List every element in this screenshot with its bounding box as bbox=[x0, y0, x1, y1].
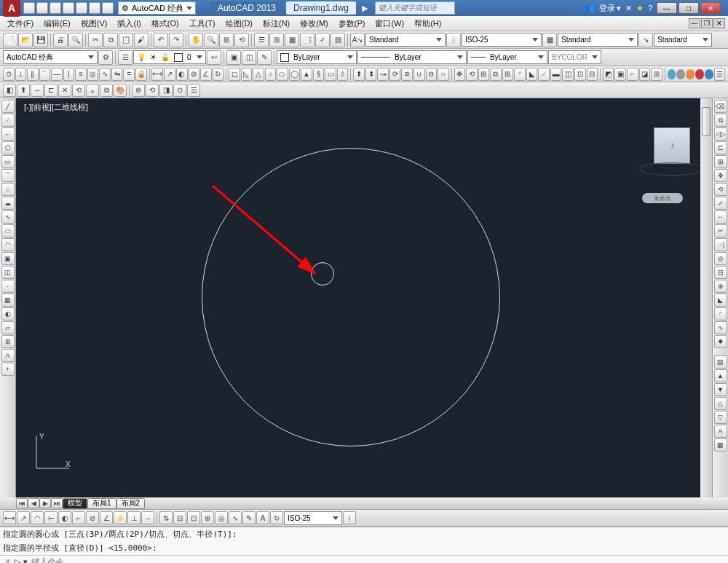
break-icon[interactable]: ⊟ bbox=[714, 266, 727, 279]
mtext-icon[interactable]: A bbox=[1, 349, 15, 362]
command-close-icon[interactable]: ✕ bbox=[3, 557, 12, 563]
inspection-icon[interactable]: ◎ bbox=[215, 511, 228, 524]
title-chevron[interactable]: ▶ bbox=[362, 4, 368, 13]
tab-prev-icon[interactable]: ◀ bbox=[28, 498, 39, 508]
preview-icon[interactable]: 🔍 bbox=[68, 33, 83, 47]
3d-planar-icon[interactable]: ◊ bbox=[337, 68, 349, 81]
designcenter-icon[interactable]: ⊞ bbox=[269, 33, 284, 47]
dim-style-manager-icon[interactable]: ⟊ bbox=[343, 511, 356, 524]
dim-diameter2-icon[interactable]: ⊘ bbox=[86, 511, 99, 524]
nav-badge[interactable]: 未命名 bbox=[642, 193, 683, 203]
sheet-icon[interactable]: 📑 bbox=[300, 33, 314, 47]
login-button[interactable]: 登录 ▾ bbox=[599, 3, 621, 14]
exchange-icon[interactable]: ✕ bbox=[625, 4, 632, 13]
dim-angular-icon[interactable]: ∠ bbox=[200, 68, 212, 81]
join-icon[interactable]: ⊕ bbox=[714, 280, 727, 293]
menu-help[interactable]: 帮助(H) bbox=[410, 17, 446, 31]
zoom-icon[interactable]: 🔍 bbox=[204, 33, 218, 47]
zoom-window-icon[interactable]: ⊞ bbox=[219, 33, 234, 47]
constraint-vertical-icon[interactable]: | bbox=[63, 68, 75, 81]
chamfer-icon[interactable]: ◣ bbox=[714, 294, 727, 307]
constraint-fix-icon[interactable]: 🔒 bbox=[135, 68, 147, 81]
gradient-icon[interactable]: ◐ bbox=[1, 307, 15, 320]
addselected-icon[interactable]: + bbox=[1, 363, 15, 376]
constraint-tangent-icon[interactable]: ⌒ bbox=[39, 68, 51, 81]
tab-last-icon[interactable]: ⏭ bbox=[51, 498, 63, 508]
dimstyle-icon[interactable]: ⟊ bbox=[446, 33, 461, 47]
horizontal-scrollbar[interactable] bbox=[148, 498, 709, 508]
color-dropdown[interactable]: ByLayer bbox=[277, 50, 357, 64]
dim-quick-icon[interactable]: ⚡ bbox=[114, 511, 127, 524]
fillet-icon[interactable]: ◜ bbox=[714, 307, 727, 320]
copy-icon[interactable]: ⧉ bbox=[103, 33, 118, 47]
dim-radial-icon[interactable]: ◐ bbox=[176, 68, 188, 81]
calc-icon[interactable]: ▤ bbox=[331, 33, 345, 47]
dim-update-icon[interactable]: ↻ bbox=[270, 511, 283, 524]
scale-icon[interactable]: ⤢ bbox=[714, 197, 727, 210]
lineweight-dropdown[interactable]: ByLayer bbox=[467, 50, 547, 64]
dim-linear-icon[interactable]: ⟷ bbox=[151, 68, 163, 81]
offset-icon[interactable]: ⊏ bbox=[714, 141, 727, 154]
solid-edit-color-icon[interactable]: 🎨 bbox=[114, 84, 127, 97]
ucs-face-icon[interactable]: ◨ bbox=[159, 84, 173, 97]
visual-style-2d-icon[interactable] bbox=[668, 69, 676, 79]
doc-minimize-button[interactable]: — bbox=[689, 18, 700, 28]
dim-continue-icon[interactable]: → bbox=[141, 511, 154, 524]
extrude-icon[interactable]: ⬆ bbox=[353, 68, 365, 81]
infocenter-icon[interactable]: 👥 bbox=[585, 4, 595, 13]
make-block-icon[interactable]: ◫ bbox=[1, 266, 15, 279]
ucs-manager-icon[interactable]: ☰ bbox=[187, 84, 200, 97]
fillet-edge-icon[interactable]: ◜ bbox=[514, 68, 526, 81]
menu-draw[interactable]: 绘图(D) bbox=[221, 17, 257, 31]
region-icon[interactable]: ▱ bbox=[1, 321, 15, 334]
solid-edit-delete-icon[interactable]: ✕ bbox=[58, 84, 71, 97]
doc-restore-button[interactable]: ❐ bbox=[701, 18, 713, 28]
jogged-linear-icon[interactable]: ∿ bbox=[229, 511, 242, 524]
tablestyle-icon[interactable]: ▦ bbox=[542, 33, 557, 47]
3d-cone-icon[interactable]: △ bbox=[253, 68, 264, 81]
insert-block-icon[interactable]: ▣ bbox=[1, 252, 15, 265]
extend-icon[interactable]: →| bbox=[714, 238, 727, 251]
3d-pyramid-icon[interactable]: ▲ bbox=[301, 68, 312, 81]
shell-icon[interactable]: ◫ bbox=[562, 68, 574, 81]
draworder-text-icon[interactable]: A bbox=[714, 425, 727, 438]
doc-close-button[interactable]: ✕ bbox=[713, 18, 725, 28]
3d-box-icon[interactable]: ◻ bbox=[229, 68, 240, 81]
array-icon[interactable]: ⊞ bbox=[714, 155, 727, 168]
blend-icon[interactable]: ∿ bbox=[714, 321, 727, 334]
sweep-icon[interactable]: ↝ bbox=[377, 68, 389, 81]
tablestyle-dropdown[interactable]: Standard bbox=[558, 33, 638, 47]
app-logo[interactable]: A bbox=[3, 0, 20, 17]
3d-polysolid-icon[interactable]: ▭ bbox=[325, 68, 336, 81]
menu-insert[interactable]: 插入(I) bbox=[113, 17, 145, 31]
menu-view[interactable]: 视图(V) bbox=[76, 17, 112, 31]
dim-ordinate-icon[interactable]: ⊢ bbox=[44, 511, 58, 524]
workspace-settings-icon[interactable]: ⚙ bbox=[98, 50, 113, 65]
new-icon[interactable]: 📄 bbox=[3, 33, 17, 47]
section-jog-icon[interactable]: ⌐ bbox=[627, 68, 638, 81]
minimize-button[interactable]: — bbox=[657, 2, 677, 14]
block-edit-icon[interactable]: ✎ bbox=[257, 50, 272, 65]
solid-edit-move-icon[interactable]: ↔ bbox=[31, 84, 44, 97]
constraint-collinear-icon[interactable]: ≡ bbox=[75, 68, 87, 81]
move-icon[interactable]: ✥ bbox=[714, 169, 727, 182]
presspull-icon[interactable]: ⬍ bbox=[365, 68, 377, 81]
section-generate-icon[interactable]: ⊞ bbox=[651, 68, 662, 81]
visual-style-conceptual-icon[interactable] bbox=[695, 69, 704, 79]
3d-cylinder-icon[interactable]: ⬭ bbox=[277, 68, 288, 81]
dim-baseline-icon[interactable]: ⊥ bbox=[127, 511, 141, 524]
dim-text-edit-icon[interactable]: A bbox=[256, 511, 269, 524]
3dmove-icon[interactable]: ✥ bbox=[454, 68, 466, 81]
dim-space-icon[interactable]: ⇅ bbox=[159, 511, 173, 524]
command-input[interactable] bbox=[31, 557, 725, 563]
ellipse-icon[interactable]: ⬭ bbox=[1, 224, 15, 237]
flatshot-icon[interactable]: ▣ bbox=[614, 68, 626, 81]
mleaderstyle-dropdown[interactable]: Standard bbox=[654, 33, 712, 47]
textstyle-dropdown[interactable]: Standard bbox=[365, 33, 446, 47]
mirror-icon[interactable]: ◁▷ bbox=[714, 127, 727, 141]
solid-edit-taper-icon[interactable]: ⟁ bbox=[86, 84, 99, 97]
properties-icon[interactable]: ☰ bbox=[254, 33, 269, 47]
dim-aligned2-icon[interactable]: ↗ bbox=[17, 511, 30, 524]
dim-style-dropdown[interactable]: ISO-25 bbox=[284, 511, 342, 525]
line-icon[interactable]: ╱ bbox=[1, 100, 15, 113]
